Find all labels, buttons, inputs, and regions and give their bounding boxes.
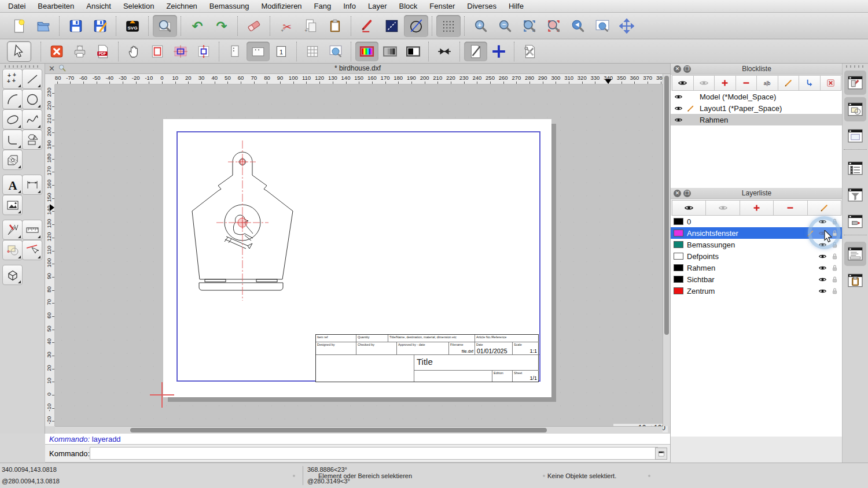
blocklist-rename-button[interactable]: a|b [757,75,778,91]
zoom-out-button[interactable]: − [493,15,517,37]
block-visibility-eye-icon[interactable] [674,92,683,101]
palette-points-button[interactable]: ++++ [2,69,23,89]
new-file-button[interactable] [7,15,31,37]
palette-drag-handle[interactable] [5,65,41,68]
open-file-button[interactable] [31,15,56,37]
layer-visibility-eye-icon[interactable] [818,264,827,272]
layer-visibility-eye-icon[interactable] [818,287,827,295]
layer-lock-icon[interactable] [830,287,839,295]
select-button[interactable] [7,41,31,62]
palette-circle-button[interactable] [22,89,42,109]
command-history-toggle-button[interactable] [655,448,667,460]
menu-modifizieren[interactable]: Modifizieren [262,2,302,10]
pan-button[interactable] [615,15,639,37]
menu-ansicht[interactable]: Ansicht [86,2,111,10]
palette-modify-button[interactable] [2,220,23,240]
crosshair-button[interactable] [487,42,510,61]
dock-layer-list-panel-button[interactable] [844,156,866,180]
menu-bemassung[interactable]: Bemassung [209,2,249,10]
block-visibility-eye-icon[interactable] [674,115,683,124]
blocklist-insert-button[interactable] [799,75,821,91]
layerlist-add-button[interactable] [740,200,774,216]
palette-text-button[interactable]: A [2,175,23,195]
menu-zeichnen[interactable]: Zeichnen [166,2,197,10]
palette-dimension-button[interactable] [22,175,42,195]
palette-spline-button[interactable] [22,109,42,130]
dock-selection-filter-button[interactable] [844,183,866,207]
layer-visibility-eye-icon[interactable] [818,275,827,284]
horizontal-scrollbar[interactable] [55,426,663,434]
menu-layer[interactable]: Layer [368,2,387,10]
layer-lock-icon[interactable] [830,264,839,272]
blocklist-edit-button[interactable] [778,75,800,91]
dock-drag-handle[interactable] [846,65,865,68]
block-row-model[interactable]: Model (*Model_Space) [671,91,843,102]
layer-color-swatch[interactable] [674,276,683,283]
layer-row-sichtbar[interactable]: Sichtbar [671,273,843,285]
zoom-window-button[interactable] [590,15,615,37]
grid-dots-button[interactable] [436,15,461,37]
copy-button[interactable]: + [299,15,323,37]
menu-block[interactable]: Block [399,2,417,10]
blocklist-purge-button[interactable] [821,75,842,91]
block-row-rahmen[interactable]: Rahmen [671,114,843,125]
print-preview-button[interactable] [153,15,177,37]
redo-button[interactable]: ↷ [209,15,234,37]
preferences-button[interactable] [518,42,542,61]
color-bw-button[interactable] [402,42,425,61]
layer-lock-icon[interactable] [830,252,839,261]
palette-polyline-button[interactable] [2,130,23,150]
color-gray-button[interactable] [378,42,402,61]
save-button[interactable] [64,15,88,37]
close-drawing-button[interactable] [45,42,68,61]
palette-arc-button[interactable] [2,89,23,109]
vscroll-thumb[interactable] [664,76,669,335]
layer-row-defpoints[interactable]: Defpoints [671,250,843,262]
page-single-button[interactable]: 1 [270,42,293,61]
paste-button[interactable] [323,15,347,37]
pan-hand-button[interactable] [123,42,146,61]
zoom-in-button[interactable]: + [469,15,493,37]
menu-selektion[interactable]: Selektion [123,2,154,10]
blocklist-show-all-button[interactable] [672,75,694,91]
save-as-button[interactable] [88,15,112,37]
pdf-export-button[interactable]: PDF [91,42,115,61]
paper-border-button[interactable] [146,42,169,61]
drawing-canvas[interactable]: Item ref Quantity Title/Name, destinatio… [55,84,663,426]
color-full-button[interactable] [355,42,378,61]
palette-selection-tool-button[interactable] [22,240,42,260]
viewport-button[interactable] [169,42,192,61]
draft-mode-button[interactable] [464,42,487,61]
palette-line-button[interactable] [22,69,42,89]
blocklist-add-button[interactable] [715,75,736,91]
hscroll-thumb[interactable] [130,428,547,432]
block-visibility-eye-icon[interactable] [674,103,683,113]
zoom-previous-button[interactable] [566,15,590,37]
dock-property-editor-button[interactable] [844,71,866,95]
menu-info[interactable]: Info [343,2,356,10]
palette-hatch-button[interactable] [2,150,23,170]
grid-view-button[interactable] [301,42,324,61]
cut-button[interactable]: ✂+ [274,15,299,37]
viewport-lock-button[interactable] [192,42,215,61]
palette-measure-button[interactable] [22,220,42,240]
menu-bearbeiten[interactable]: Bearbeiten [38,2,74,10]
layer-color-swatch[interactable] [674,287,683,294]
dock-block-list-panel-button[interactable] [844,97,866,121]
edit-pencil-button[interactable] [355,15,380,37]
dock-viewport-panel-button[interactable] [844,124,866,148]
layer-row-rahmen[interactable]: Rahmen [671,262,843,273]
vertical-scrollbar[interactable] [663,74,670,426]
layer-color-swatch[interactable] [674,264,683,271]
layer-color-swatch[interactable] [674,253,683,260]
menu-diverses[interactable]: Diverses [467,2,496,10]
block-row-layout1[interactable]: Layout1 (*Paper_Space) [671,102,843,114]
layer-row-zentrum[interactable]: Zentrum [671,285,843,297]
circle-slash-button[interactable] [404,15,428,37]
layerlist-remove-button[interactable] [774,200,807,216]
menu-datei[interactable]: Datei [8,2,25,10]
layerlist-show-all-button[interactable] [672,200,706,216]
layerlist-hide-all-button[interactable] [706,200,740,216]
palette-solid-button[interactable] [2,265,23,285]
lineweight-button[interactable] [433,42,456,61]
